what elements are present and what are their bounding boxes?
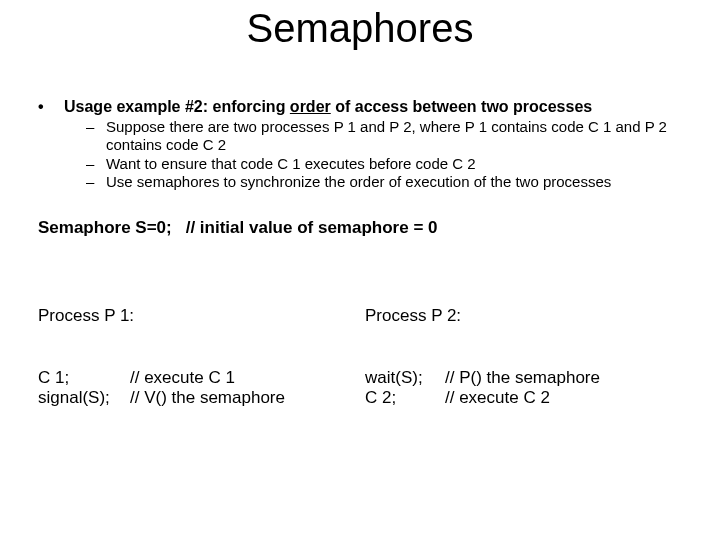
process-p1-header: Process P 1: — [38, 306, 365, 326]
usage-heading-order: order — [290, 98, 331, 115]
semaphore-decl-comment: // initial value of semaphore = 0 — [186, 218, 438, 237]
bullet-dot-icon: • — [38, 98, 64, 116]
process-columns: Process P 1: C 1; // execute C 1 signal(… — [38, 306, 692, 408]
p2-line2-code: C 2; — [365, 388, 445, 408]
bullet-level1: • Usage example #2: enforcing order of a… — [38, 98, 682, 116]
p2-line1-comment: // P() the semaphore — [445, 368, 600, 388]
dash-icon: – — [86, 118, 106, 136]
usage-heading-post: of access between two processes — [331, 98, 592, 115]
code-row: C 2; // execute C 2 — [365, 388, 692, 408]
slide: Semaphores • Usage example #2: enforcing… — [0, 0, 720, 540]
sub-bullet-1: Suppose there are two processes P 1 and … — [106, 118, 682, 155]
semaphore-declaration: Semaphore S=0;// initial value of semaph… — [38, 218, 437, 238]
p1-line1-code: C 1; — [38, 368, 130, 388]
sub-bullet-2: Want to ensure that code C 1 executes be… — [106, 155, 682, 173]
code-row: C 1; // execute C 1 — [38, 368, 365, 388]
slide-body: • Usage example #2: enforcing order of a… — [38, 98, 682, 191]
bullet-level2: – Suppose there are two processes P 1 an… — [86, 118, 682, 155]
bullet-level2: – Want to ensure that code C 1 executes … — [86, 155, 682, 173]
usage-heading: Usage example #2: enforcing order of acc… — [64, 98, 682, 116]
p1-line2-comment: // V() the semaphore — [130, 388, 285, 408]
dash-icon: – — [86, 173, 106, 191]
p1-line1-comment: // execute C 1 — [130, 368, 235, 388]
p1-line2-code: signal(S); — [38, 388, 130, 408]
code-row: signal(S); // V() the semaphore — [38, 388, 365, 408]
code-row: wait(S); // P() the semaphore — [365, 368, 692, 388]
sub-bullet-3: Use semaphores to synchronize the order … — [106, 173, 682, 191]
process-p2-header: Process P 2: — [365, 306, 692, 326]
semaphore-decl-code: Semaphore S=0; — [38, 218, 172, 237]
slide-title: Semaphores — [0, 6, 720, 51]
bullet-level2: – Use semaphores to synchronize the orde… — [86, 173, 682, 191]
dash-icon: – — [86, 155, 106, 173]
process-p2: Process P 2: wait(S); // P() the semapho… — [365, 306, 692, 408]
process-p1: Process P 1: C 1; // execute C 1 signal(… — [38, 306, 365, 408]
p2-line2-comment: // execute C 2 — [445, 388, 550, 408]
usage-heading-pre: Usage example #2: enforcing — [64, 98, 290, 115]
p2-line1-code: wait(S); — [365, 368, 445, 388]
